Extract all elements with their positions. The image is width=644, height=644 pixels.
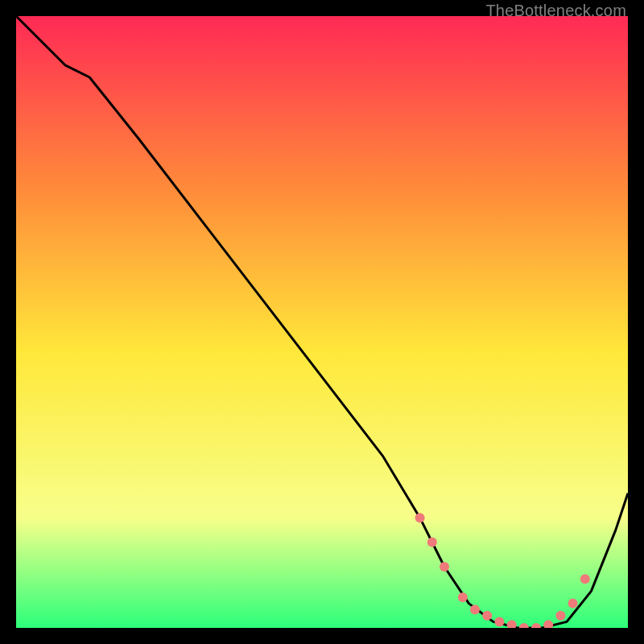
- highlight-dot: [440, 562, 449, 572]
- bottleneck-chart: [16, 16, 628, 628]
- highlight-dot: [555, 611, 565, 621]
- highlight-dot: [494, 617, 504, 626]
- chart-frame: [16, 16, 628, 628]
- highlight-dot: [580, 574, 590, 584]
- highlight-dot: [415, 513, 425, 522]
- highlight-dot: [482, 611, 492, 621]
- highlight-dot: [470, 605, 480, 614]
- highlight-dot: [568, 599, 578, 609]
- gradient-background: [16, 16, 628, 628]
- highlight-dot: [427, 538, 437, 547]
- highlight-dot: [458, 592, 468, 602]
